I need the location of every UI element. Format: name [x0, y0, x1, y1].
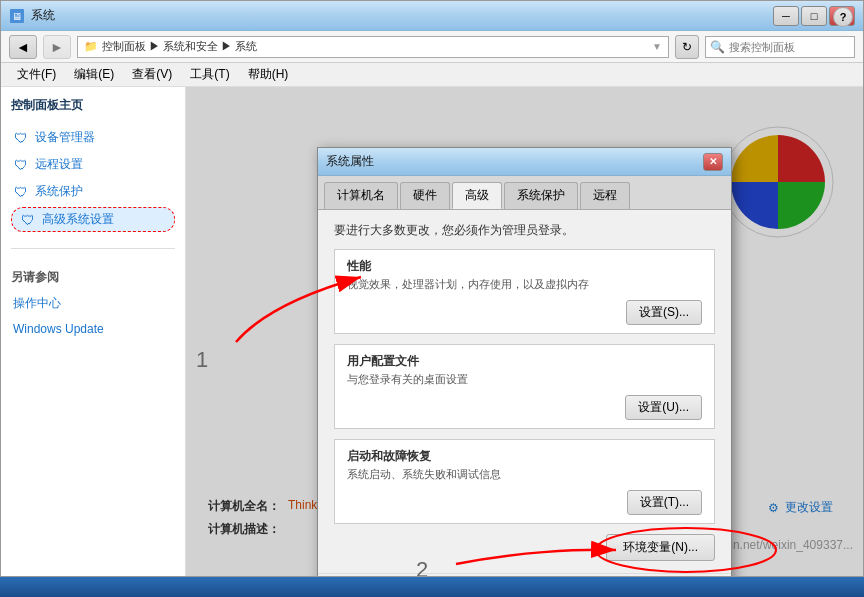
search-box[interactable]: 🔍 [705, 36, 855, 58]
taskbar [0, 577, 864, 597]
minimize-button[interactable]: ─ [773, 6, 799, 26]
sidebar-item-label-remote: 远程设置 [35, 156, 83, 173]
user-profiles-title: 用户配置文件 [347, 353, 702, 370]
sidebar-title: 控制面板主页 [11, 97, 175, 114]
startup-recovery-section: 启动和故障恢复 系统启动、系统失败和调试信息 设置(T)... [334, 439, 715, 524]
search-icon: 🔍 [710, 40, 725, 54]
dialog-footer: 确定 取消 应用(A) [318, 573, 731, 576]
tab-system-protection[interactable]: 系统保护 [504, 182, 578, 209]
user-profiles-settings-button[interactable]: 设置(U)... [625, 395, 702, 420]
svg-text:🖥: 🖥 [12, 11, 22, 22]
device-manager-icon: 🛡 [13, 130, 29, 146]
dialog-close-button[interactable]: ✕ [703, 153, 723, 171]
address-input[interactable]: 📁 控制面板 ▶ 系统和安全 ▶ 系统 ▼ [77, 36, 669, 58]
address-bar: ◄ ► 📁 控制面板 ▶ 系统和安全 ▶ 系统 ▼ ↻ 🔍 ? [1, 31, 863, 63]
tab-advanced[interactable]: 高级 [452, 182, 502, 209]
sidebar-item-system-protect[interactable]: 🛡 系统保护 [11, 180, 175, 203]
also-see-title: 另请参阅 [11, 269, 175, 286]
performance-desc: 视觉效果，处理器计划，内存使用，以及虚拟内存 [347, 277, 702, 292]
menu-edit[interactable]: 编辑(E) [66, 64, 122, 85]
performance-settings-button[interactable]: 设置(S)... [626, 300, 702, 325]
back-button[interactable]: ◄ [9, 35, 37, 59]
windows-update-label: Windows Update [13, 322, 104, 336]
breadcrumb: 控制面板 ▶ 系统和安全 ▶ 系统 [102, 39, 257, 54]
sidebar-item-label-device: 设备管理器 [35, 129, 95, 146]
startup-recovery-content: 启动和故障恢复 系统启动、系统失败和调试信息 设置(T)... [347, 448, 702, 515]
menu-view[interactable]: 查看(V) [124, 64, 180, 85]
dialog-title: 系统属性 [326, 153, 703, 170]
main-panel: 计算机全名： Think-HDD.foresight-robotics.com … [186, 87, 863, 576]
sidebar: 控制面板主页 🛡 设备管理器 🛡 远程设置 🛡 系统保护 [1, 87, 186, 576]
tab-computer-name[interactable]: 计算机名 [324, 182, 398, 209]
performance-title: 性能 [347, 258, 702, 275]
sidebar-nav-section: 🛡 设备管理器 🛡 远程设置 🛡 系统保护 🛡 高级系统设置 [11, 126, 175, 232]
performance-content: 性能 视觉效果，处理器计划，内存使用，以及虚拟内存 设置(S)... [347, 258, 702, 325]
dialog-title-bar: 系统属性 ✕ [318, 148, 731, 176]
tab-hardware[interactable]: 硬件 [400, 182, 450, 209]
tab-remote[interactable]: 远程 [580, 182, 630, 209]
sidebar-item-advanced[interactable]: 🛡 高级系统设置 [11, 207, 175, 232]
system-properties-dialog: 系统属性 ✕ 计算机名 硬件 高级 系统保护 远程 [317, 147, 732, 576]
startup-settings-button[interactable]: 设置(T)... [627, 490, 702, 515]
menu-file[interactable]: 文件(F) [9, 64, 64, 85]
menu-bar: 文件(F) 编辑(E) 查看(V) 工具(T) 帮助(H) [1, 63, 863, 87]
menu-help[interactable]: 帮助(H) [240, 64, 297, 85]
maximize-button[interactable]: □ [801, 6, 827, 26]
sidebar-separator [11, 248, 175, 249]
user-profiles-content: 用户配置文件 与您登录有关的桌面设置 设置(U)... [347, 353, 702, 420]
sidebar-item-windows-update[interactable]: Windows Update [11, 319, 175, 339]
also-see-section: 另请参阅 操作中心 Windows Update [11, 269, 175, 339]
tab-bar: 计算机名 硬件 高级 系统保护 远程 [318, 176, 731, 210]
startup-title: 启动和故障恢复 [347, 448, 702, 465]
startup-desc: 系统启动、系统失败和调试信息 [347, 467, 702, 482]
user-profiles-desc: 与您登录有关的桌面设置 [347, 372, 702, 387]
remote-icon: 🛡 [13, 157, 29, 173]
system-protect-icon: 🛡 [13, 184, 29, 200]
user-profiles-section: 用户配置文件 与您登录有关的桌面设置 设置(U)... [334, 344, 715, 429]
search-input[interactable] [729, 41, 850, 53]
modal-overlay: 系统属性 ✕ 计算机名 硬件 高级 系统保护 远程 [186, 87, 863, 576]
title-bar: 🖥 系统 ─ □ ✕ [1, 1, 863, 31]
help-button[interactable]: ? [833, 7, 853, 27]
action-center-label: 操作中心 [13, 295, 61, 312]
advanced-icon: 🛡 [20, 212, 36, 228]
desktop: 🖥 系统 ─ □ ✕ ◄ ► 📁 控制面板 ▶ 系统和安全 ▶ 系统 ▼ ↻ 🔍 [0, 0, 864, 597]
refresh-button[interactable]: ↻ [675, 35, 699, 59]
sidebar-item-action-center[interactable]: 操作中心 [11, 292, 175, 315]
dialog-note: 要进行大多数更改，您必须作为管理员登录。 [334, 222, 715, 239]
sidebar-item-remote[interactable]: 🛡 远程设置 [11, 153, 175, 176]
sidebar-item-label-protect: 系统保护 [35, 183, 83, 200]
content-area: 控制面板主页 🛡 设备管理器 🛡 远程设置 🛡 系统保护 [1, 87, 863, 576]
window-icon: 🖥 [9, 8, 25, 24]
performance-section: 性能 视觉效果，处理器计划，内存使用，以及虚拟内存 设置(S)... [334, 249, 715, 334]
sidebar-item-device-manager[interactable]: 🛡 设备管理器 [11, 126, 175, 149]
window-title: 系统 [31, 7, 773, 24]
environment-variables-button[interactable]: 环境变量(N)... [606, 534, 715, 561]
sidebar-item-label-advanced: 高级系统设置 [42, 211, 114, 228]
main-window: 🖥 系统 ─ □ ✕ ◄ ► 📁 控制面板 ▶ 系统和安全 ▶ 系统 ▼ ↻ 🔍 [0, 0, 864, 577]
dialog-content: 要进行大多数更改，您必须作为管理员登录。 性能 视觉效果，处理器计划，内存使用，… [318, 210, 731, 573]
forward-button[interactable]: ► [43, 35, 71, 59]
menu-tools[interactable]: 工具(T) [182, 64, 237, 85]
